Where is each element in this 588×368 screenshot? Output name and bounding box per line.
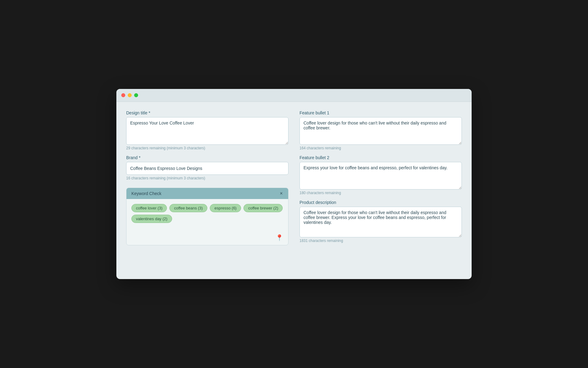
brand-input[interactable] xyxy=(126,162,288,175)
feature-bullet-1-label: Feature bullet 1 xyxy=(300,110,462,115)
content-area: Design title * 29 characters remaining (… xyxy=(116,102,472,256)
keyword-tag-espresso: espresso (6) xyxy=(210,204,241,212)
keyword-check-close-button[interactable]: × xyxy=(279,191,283,196)
maximize-button[interactable] xyxy=(134,93,138,97)
keyword-check-panel: Keyword Check × coffee lover (3) coffee … xyxy=(126,188,288,245)
left-column: Design title * 29 characters remaining (… xyxy=(126,110,288,248)
keyword-tag-valentines-day: valentines day (2) xyxy=(131,215,172,223)
keyword-tag-coffee-beans: coffee beans (3) xyxy=(169,204,207,212)
right-column: Feature bullet 1 164 characters remainin… xyxy=(300,110,462,248)
main-window: Design title * 29 characters remaining (… xyxy=(116,89,472,279)
feature-bullet-1-input[interactable] xyxy=(300,117,462,145)
pin-icon: 📍 xyxy=(276,234,283,241)
keyword-panel-body: 📍 xyxy=(126,227,288,245)
product-description-input[interactable] xyxy=(300,207,462,237)
design-title-input[interactable] xyxy=(126,117,288,145)
design-title-label: Design title * xyxy=(126,110,288,115)
feature-bullet-2-char-count: 180 characters remaining xyxy=(300,191,462,195)
keyword-tag-coffee-lover: coffee lover (3) xyxy=(131,204,167,212)
product-description-label: Product description xyxy=(300,200,462,205)
product-description-char-count: 1831 characters remaining xyxy=(300,239,462,243)
keyword-check-header: Keyword Check × xyxy=(126,188,288,199)
feature-bullet-2-label: Feature bullet 2 xyxy=(300,155,462,160)
keyword-check-title: Keyword Check xyxy=(131,191,161,196)
brand-label: Brand * xyxy=(126,155,288,160)
keyword-tags-container: coffee lover (3) coffee beans (3) espres… xyxy=(126,199,288,227)
minimize-button[interactable] xyxy=(128,93,132,97)
feature-bullet-1-char-count: 164 characters remaining xyxy=(300,146,462,150)
feature-bullet-2-input[interactable] xyxy=(300,162,462,190)
close-button[interactable] xyxy=(121,93,125,97)
design-title-char-count: 29 characters remaining (minimum 3 chara… xyxy=(126,146,288,150)
titlebar xyxy=(116,89,472,102)
keyword-tag-coffee-brewer: coffee brewer (2) xyxy=(243,204,283,212)
brand-char-count: 16 characters remaining (minimum 3 chara… xyxy=(126,176,288,180)
